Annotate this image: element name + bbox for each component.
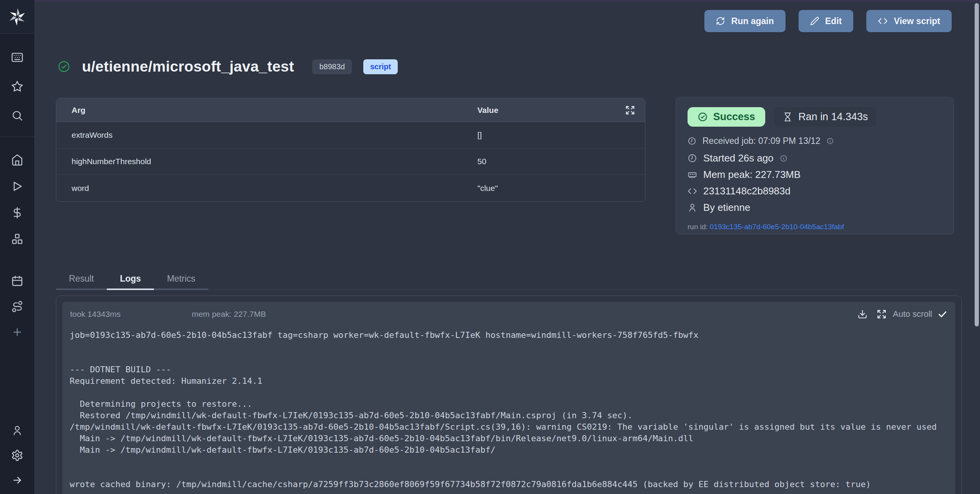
page-scrollbar-thumb[interactable] — [975, 3, 979, 326]
arrow-right-icon — [11, 474, 23, 486]
mem-peak-label: Mem peak: 227.73MB — [703, 169, 800, 181]
edit-button[interactable]: Edit — [799, 10, 853, 32]
sidebar-item-apps[interactable] — [0, 43, 34, 72]
download-icon — [858, 309, 867, 319]
sidebar-item-expand[interactable] — [0, 468, 34, 492]
checkmark-icon — [938, 309, 947, 319]
status-row: Success Ran in 14.343s — [688, 107, 942, 127]
received-row: Received job: 07:09 PM 13/12 — [688, 136, 942, 146]
code-icon — [878, 16, 888, 26]
clock-icon — [688, 153, 697, 163]
logs-mem-peak: mem peak: 227.7MB — [192, 310, 266, 319]
run-again-button[interactable]: Run again — [704, 10, 785, 32]
duration-label: Ran in 14.343s — [799, 111, 868, 123]
check-circle-icon — [697, 112, 708, 122]
sidebar-item-settings[interactable] — [0, 443, 34, 468]
sidebar-item-create[interactable] — [0, 319, 34, 345]
sidebar-group-secondary — [0, 268, 34, 345]
sidebar-item-home[interactable] — [0, 147, 34, 173]
success-check-icon — [57, 60, 70, 73]
arg-value: 50 — [477, 157, 645, 166]
sidebar-item-runs[interactable] — [0, 173, 34, 199]
user-icon — [11, 425, 23, 436]
refresh-icon — [716, 16, 725, 26]
expand-logs-button[interactable] — [874, 309, 890, 319]
args-table: Arg Value extraWords [] highNumberThresh… — [56, 98, 645, 202]
arg-name: extraWords — [56, 130, 477, 140]
sidebar-item-resources[interactable] — [0, 226, 34, 252]
hourglass-icon — [783, 112, 792, 122]
run-id-row: run id: 0193c135-ab7d-60e5-2b10-04b5ac13… — [688, 223, 942, 231]
mem-peak-row: Mem peak: 227.73MB — [688, 169, 942, 181]
plus-icon — [11, 326, 23, 338]
title-row: u/etienne/microsoft_java_test b8983d scr… — [57, 58, 398, 75]
logs-panel: took 14343ms mem peak: 227.7MB Auto scro… — [62, 302, 955, 494]
sidebar-item-variables[interactable] — [0, 199, 34, 226]
started-row: Started 26s ago — [688, 152, 942, 164]
duration-chip: Ran in 14.343s — [774, 107, 877, 127]
tab-result[interactable]: Result — [56, 269, 107, 290]
tab-logs[interactable]: Logs — [107, 269, 154, 290]
sidebar — [0, 0, 34, 494]
sidebar-group-main — [0, 147, 34, 252]
script-kind-badge: script — [363, 59, 398, 74]
run-again-label: Run again — [731, 16, 774, 26]
sidebar-item-search[interactable] — [0, 101, 34, 130]
sidebar-item-favorites[interactable] — [0, 72, 34, 101]
sidebar-item-schedules[interactable] — [0, 268, 34, 293]
sidebar-divider — [0, 137, 34, 137]
action-buttons: Run again Edit View script — [704, 10, 952, 32]
sidebar-group-bottom — [0, 418, 34, 492]
edit-label: Edit — [825, 16, 842, 26]
code-icon — [688, 186, 697, 196]
gear-icon — [11, 449, 23, 461]
user-icon — [688, 203, 697, 212]
info-icon[interactable] — [780, 155, 787, 162]
logs-took: took 14343ms — [70, 310, 121, 319]
tab-metrics[interactable]: Metrics — [154, 269, 208, 290]
args-table-header: Arg Value — [56, 98, 645, 122]
view-script-button[interactable]: View script — [866, 10, 952, 32]
star-icon — [11, 80, 23, 93]
pencil-icon — [810, 16, 819, 26]
args-col-arg: Arg — [56, 106, 477, 115]
sidebar-item-account[interactable] — [0, 418, 34, 443]
play-icon — [11, 180, 23, 192]
calendar-icon — [11, 275, 23, 287]
arg-value: "clue" — [477, 184, 645, 193]
script-hash-badge[interactable]: b8983d — [312, 59, 352, 74]
auto-scroll-toggle[interactable]: Auto scroll — [893, 309, 947, 319]
result-logs-tabs: Result Logs Metrics — [56, 269, 962, 290]
run-id-label: run id: — [688, 223, 708, 231]
home-icon — [11, 154, 23, 166]
started-label: Started 26s ago — [703, 152, 774, 164]
args-row: word "clue" — [56, 175, 645, 201]
args-expand-button[interactable] — [625, 105, 645, 115]
windmill-logo-icon — [8, 8, 26, 26]
status-badge: Success — [688, 107, 765, 127]
logs-header: took 14343ms mem peak: 227.7MB Auto scro… — [62, 302, 955, 326]
args-row: highNumberThreshold 50 — [56, 148, 645, 175]
job-status-panel: Success Ran in 14.343s Received job: 07:… — [676, 97, 954, 235]
clock-icon — [688, 137, 696, 145]
windmill-logo[interactable] — [0, 0, 34, 34]
script-hash-link[interactable]: 23131148c2b8983d — [703, 185, 791, 197]
dollar-icon — [11, 207, 23, 219]
download-logs-button[interactable] — [854, 309, 871, 319]
keyboard-icon — [11, 51, 23, 64]
arg-name: word — [56, 184, 477, 193]
view-script-label: View script — [894, 16, 940, 26]
run-id-link[interactable]: 0193c135-ab7d-60e5-2b10-04b5ac13fabf — [710, 223, 844, 231]
sidebar-item-flows[interactable] — [0, 293, 34, 319]
args-col-value: Value — [477, 106, 625, 115]
script-hash-row: 23131148c2b8983d — [688, 185, 942, 197]
created-by-label: By etienne — [703, 202, 750, 214]
info-icon[interactable] — [826, 137, 834, 145]
log-output: job=0193c135-ab7d-60e5-2b10-04b5ac13fabf… — [62, 329, 955, 490]
sidebar-group-top — [0, 43, 34, 130]
boxes-icon — [11, 233, 23, 245]
memory-icon — [688, 170, 697, 179]
logs-container: took 14343ms mem peak: 227.7MB Auto scro… — [56, 295, 962, 494]
expand-icon — [625, 105, 635, 115]
status-badge-label: Success — [713, 111, 755, 123]
